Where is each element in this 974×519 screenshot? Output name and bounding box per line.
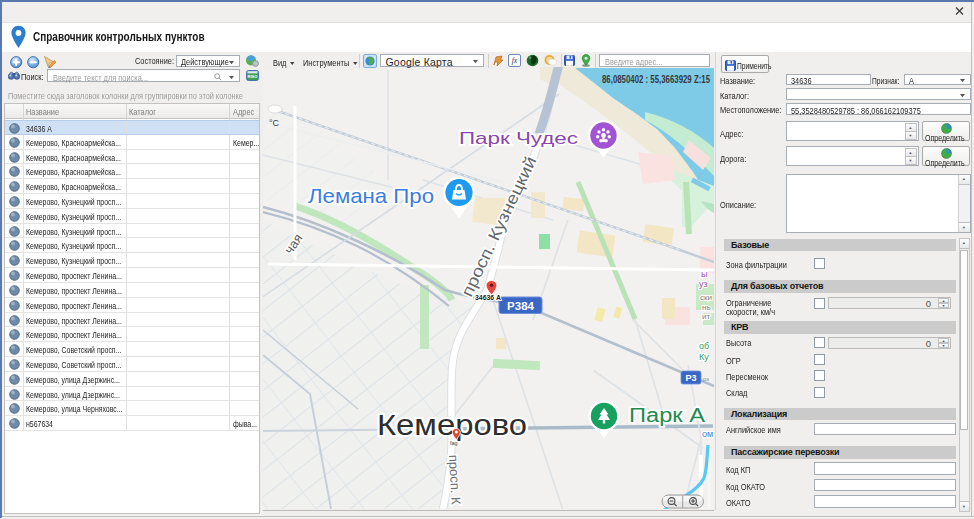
svg-text:уз: уз xyxy=(699,279,708,289)
svg-text:Парк А: Парк А xyxy=(629,404,706,426)
svg-text:Р3: Р3 xyxy=(685,373,696,383)
svg-text:ом: ом xyxy=(702,429,713,439)
svg-text:fx: fx xyxy=(512,56,518,65)
svg-text:просп. К: просп. К xyxy=(446,454,464,505)
svg-text:Кемерово: Кемерово xyxy=(377,409,527,441)
svg-text:34636 А: 34636 А xyxy=(475,293,502,302)
svg-text:Р384: Р384 xyxy=(507,300,534,312)
svg-text:ы: ы xyxy=(701,269,707,279)
svg-text:RISO: RISO xyxy=(247,74,258,79)
svg-text:°C: °C xyxy=(269,118,280,128)
svg-text:86,0850402 : 55,3663929 Z:15: 86,0850402 : 55,3663929 Z:15 xyxy=(602,73,710,85)
svg-text:fag: fag xyxy=(450,440,458,446)
svg-text:Ку: Ку xyxy=(699,352,709,362)
svg-text:Парк Чудес: Парк Чудес xyxy=(459,129,579,148)
svg-text:рз: рз xyxy=(703,376,709,382)
svg-text:об: об xyxy=(699,341,709,351)
svg-text:Лемана Про: Лемана Про xyxy=(308,184,434,207)
svg-text:ски: ски xyxy=(700,293,712,302)
svg-text:ит: ит xyxy=(702,312,710,321)
svg-text:нь: нь xyxy=(702,303,711,312)
